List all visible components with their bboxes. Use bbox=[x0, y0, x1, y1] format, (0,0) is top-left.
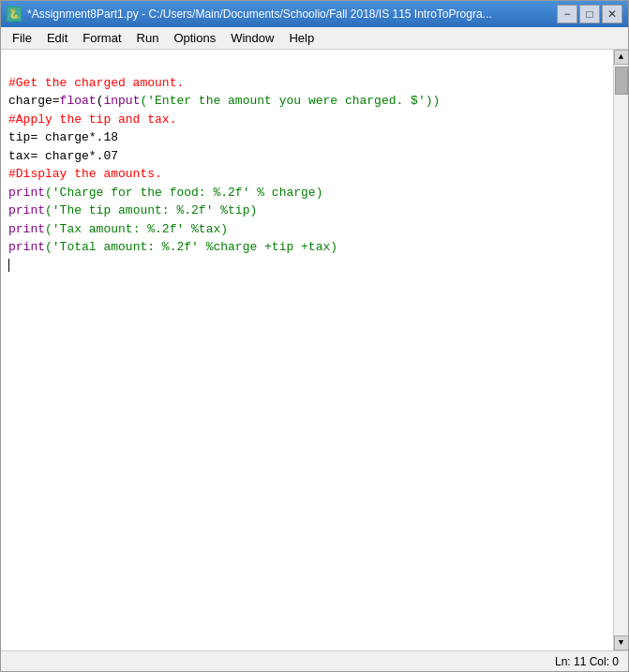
menu-window[interactable]: Window bbox=[223, 29, 281, 47]
code-line-1: #Get the charged amount. bbox=[8, 76, 184, 90]
status-bar: Ln: 11 Col: 0 bbox=[1, 650, 628, 671]
window-controls: − □ ✕ bbox=[557, 5, 622, 23]
scroll-thumb[interactable] bbox=[615, 67, 628, 95]
maximize-button[interactable]: □ bbox=[579, 5, 600, 23]
code-line-4: tip= charge*.18 bbox=[8, 130, 118, 144]
scroll-up-arrow[interactable]: ▲ bbox=[614, 50, 629, 65]
title-bar: 🐍 *Assignment8Part1.py - C:/Users/Main/D… bbox=[1, 1, 628, 27]
title-bar-left: 🐍 *Assignment8Part1.py - C:/Users/Main/D… bbox=[7, 7, 492, 22]
editor-scroll[interactable]: #Get the charged amount. charge=float(in… bbox=[1, 50, 613, 650]
code-line-2: charge=float(input('Enter the amount you… bbox=[8, 94, 440, 108]
close-button[interactable]: ✕ bbox=[602, 5, 622, 23]
code-line-7: print('Charge for the food: %.2f' % char… bbox=[8, 186, 322, 200]
editor-container: #Get the charged amount. charge=float(in… bbox=[1, 50, 628, 650]
minimize-button[interactable]: − bbox=[557, 5, 577, 23]
menu-options[interactable]: Options bbox=[166, 29, 223, 47]
code-line-9: print('Tax amount: %.2f' %tax) bbox=[8, 222, 228, 236]
app-icon: 🐍 bbox=[7, 7, 22, 22]
code-line-11 bbox=[8, 259, 9, 273]
menu-format[interactable]: Format bbox=[75, 29, 128, 47]
code-line-8: print('The tip amount: %.2f' %tip) bbox=[8, 203, 257, 217]
code-line-5: tax= charge*.07 bbox=[8, 149, 118, 163]
vertical-scrollbar[interactable]: ▲ ▼ bbox=[613, 50, 628, 650]
window-title: *Assignment8Part1.py - C:/Users/Main/Doc… bbox=[27, 7, 492, 21]
menu-bar: File Edit Format Run Options Window Help bbox=[1, 27, 628, 50]
menu-help[interactable]: Help bbox=[281, 29, 322, 47]
menu-edit[interactable]: Edit bbox=[39, 29, 75, 47]
scroll-down-arrow[interactable]: ▼ bbox=[614, 635, 629, 650]
cursor-position: Ln: 11 Col: 0 bbox=[555, 655, 619, 668]
code-editor[interactable]: #Get the charged amount. charge=float(in… bbox=[1, 53, 613, 295]
main-window: 🐍 *Assignment8Part1.py - C:/Users/Main/D… bbox=[0, 0, 629, 672]
menu-file[interactable]: File bbox=[5, 29, 39, 47]
code-line-6: #Display the amounts. bbox=[8, 167, 162, 181]
code-line-10: print('Total amount: %.2f' %charge +tip … bbox=[8, 240, 337, 254]
menu-run[interactable]: Run bbox=[129, 29, 167, 47]
code-line-3: #Apply the tip and tax. bbox=[8, 112, 176, 127]
